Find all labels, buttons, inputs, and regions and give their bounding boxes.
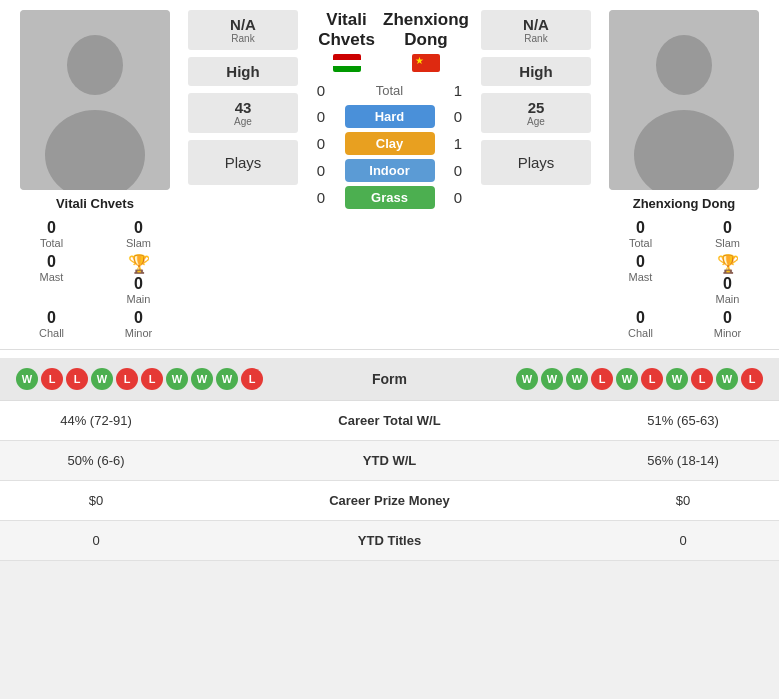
right-avatar-silhouette [609,10,759,190]
right-total-box: 0 Total [599,219,682,249]
right-info-panel: N/A Rank High 25 Age Plays [481,10,591,339]
right-form-badges-badge-0: W [516,368,538,390]
right-plays-box: Plays [481,140,591,185]
right-main-label: Main [716,293,740,305]
left-main-label: Main [127,293,151,305]
right-player-stats: 0 Total 0 Slam 0 Mast 🏆 0 Main 0 [599,219,769,339]
left-form-badges-badge-6: W [166,368,188,390]
right-heading-group: Zhenxiong Dong [383,10,469,76]
right-form-badges-badge-5: L [641,368,663,390]
right-mast-box: 0 Mast [599,253,682,305]
stats-row-left-3: 0 [16,533,176,548]
stats-row-right-2: $0 [603,493,763,508]
right-form-badges-badge-8: W [716,368,738,390]
surface-btn-grass: Grass [345,186,435,209]
left-player-card: Vitali Chvets 0 Total 0 Slam 0 Mast 🏆 0 [10,10,180,339]
left-heading-group: Vitali Chvets [310,10,383,76]
surface-left-score-hard: 0 [306,108,336,125]
left-total-value: 0 [47,219,56,237]
stats-row-2: $0Career Prize Money$0 [0,481,779,521]
right-player-card: Zhenxiong Dong 0 Total 0 Slam 0 Mast 🏆 0 [599,10,769,339]
left-minor-value: 0 [134,309,143,327]
left-slam-box: 0 Slam [97,219,180,249]
right-total-score: 1 [443,82,473,99]
total-row: 0 Total 1 [306,80,473,101]
left-player-heading: Vitali Chvets [310,10,383,50]
surface-row-clay: 0Clay1 [306,132,473,155]
right-player-avatar [609,10,759,190]
surface-right-score-clay: 1 [443,135,473,152]
right-plays-text: Plays [485,146,587,179]
left-form-badges-badge-5: L [141,368,163,390]
right-minor-box: 0 Minor [686,309,769,339]
surface-btn-indoor: Indoor [345,159,435,182]
right-trophy-box: 🏆 0 Main [686,253,769,305]
right-chall-value: 0 [636,309,645,327]
right-total-value: 0 [636,219,645,237]
surfaces-container: 0Hard00Clay10Indoor00Grass0 [306,105,473,209]
right-player-name: Zhenxiong Dong [633,196,736,211]
surface-left-score-clay: 0 [306,135,336,152]
left-chall-value: 0 [47,309,56,327]
stats-row-3: 0YTD Titles0 [0,521,779,561]
left-total-box: 0 Total [10,219,93,249]
left-flag [333,54,361,72]
surface-right-score-indoor: 0 [443,162,473,179]
right-slam-box: 0 Slam [686,219,769,249]
left-form-badges-badge-7: W [191,368,213,390]
left-fitness-value: High [192,63,294,80]
surface-row-hard: 0Hard0 [306,105,473,128]
right-chall-label: Chall [628,327,653,339]
right-mast-label: Mast [629,271,653,283]
left-fitness-box: High [188,57,298,86]
right-fitness-box: High [481,57,591,86]
right-minor-label: Minor [714,327,742,339]
stats-row-0: 44% (72-91)Career Total W/L51% (65-63) [0,401,779,441]
right-form-badges-badge-7: L [691,368,713,390]
form-section: WLLWLLWWWL Form WWWLWLWLWL [0,358,779,400]
left-chall-box: 0 Chall [10,309,93,339]
total-label: Total [336,83,443,98]
stats-rows: 44% (72-91)Career Total W/L51% (65-63)50… [0,401,779,561]
stats-row-right-1: 56% (18-14) [603,453,763,468]
left-player-name: Vitali Chvets [56,196,134,211]
stats-row-label-1: YTD W/L [176,453,603,468]
left-form-badges: WLLWLLWWWL [16,368,263,390]
left-mast-label: Mast [40,271,64,283]
left-plays-text: Plays [192,146,294,179]
right-mast-value: 0 [636,253,645,271]
left-rank-value: N/A [192,16,294,33]
stats-row-1: 50% (6-6)YTD W/L56% (18-14) [0,441,779,481]
main-container: Vitali Chvets 0 Total 0 Slam 0 Mast 🏆 0 [0,0,779,561]
right-player-heading: Zhenxiong Dong [383,10,469,50]
stats-row-label-2: Career Prize Money [176,493,603,508]
surface-row-indoor: 0Indoor0 [306,159,473,182]
right-rank-label: Rank [485,33,587,44]
left-info-panel: N/A Rank High 43 Age Plays [188,10,298,339]
right-form-badges-badge-1: W [541,368,563,390]
left-age-label: Age [192,116,294,127]
left-rank-label: Rank [192,33,294,44]
left-form-badges-badge-8: W [216,368,238,390]
surface-right-score-grass: 0 [443,189,473,206]
left-player-stats: 0 Total 0 Slam 0 Mast 🏆 0 Main 0 [10,219,180,339]
right-minor-value: 0 [723,309,732,327]
left-form-badges-badge-1: L [41,368,63,390]
left-total-score: 0 [306,82,336,99]
left-trophy-box: 🏆 0 Main [97,253,180,305]
left-mast-box: 0 Mast [10,253,93,305]
right-age-value: 25 [485,99,587,116]
left-total-label: Total [40,237,63,249]
surface-left-score-indoor: 0 [306,162,336,179]
right-fitness-value: High [485,63,587,80]
left-minor-label: Minor [125,327,153,339]
right-form-badges-badge-6: W [666,368,688,390]
left-form-badges-badge-9: L [241,368,263,390]
left-chall-label: Chall [39,327,64,339]
left-avatar-silhouette [20,10,170,190]
right-form-badges-badge-9: L [741,368,763,390]
surface-left-score-grass: 0 [306,189,336,206]
right-age-label: Age [485,116,587,127]
right-slam-label: Slam [715,237,740,249]
right-age-box: 25 Age [481,93,591,133]
